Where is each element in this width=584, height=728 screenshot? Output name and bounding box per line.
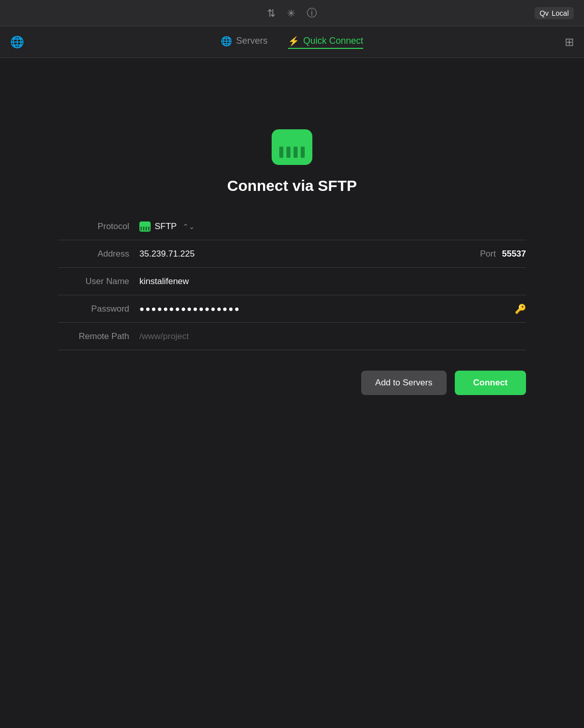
title-bar-icons: ⇅ ✳ ⓘ <box>267 6 317 20</box>
lightning-icon: ⚡ <box>288 36 299 47</box>
button-row: Add to Servers Connect <box>58 371 526 395</box>
remote-path-row: Remote Path /www/project <box>58 323 526 350</box>
remote-path-value-container: /www/project <box>139 331 526 342</box>
protocol-selector[interactable]: SFTP ⌃⌄ <box>139 221 195 232</box>
pin-4 <box>301 147 305 158</box>
servers-tab-label: Servers <box>236 36 268 46</box>
password-row: Password ●●●●●●●●●●●●●●●●● 🔑 <box>58 295 526 323</box>
transfer-icon[interactable]: ⇅ <box>267 7 276 19</box>
port-value[interactable]: 55537 <box>502 249 526 259</box>
protocol-text: SFTP <box>155 221 177 232</box>
connect-button[interactable]: Connect <box>455 371 526 395</box>
pin-1 <box>279 147 283 158</box>
grid-icon[interactable]: ⊞ <box>565 36 574 48</box>
stepper-icon[interactable]: ⌃⌄ <box>183 222 195 231</box>
key-icon[interactable]: 🔑 <box>515 303 526 315</box>
info-icon[interactable]: ⓘ <box>307 6 317 20</box>
address-row-inner: 35.239.71.225 Port 55537 <box>139 249 526 259</box>
password-label: Password <box>58 304 139 314</box>
username-label: User Name <box>58 276 139 287</box>
address-value-container: 35.239.71.225 Port 55537 <box>139 249 526 259</box>
username-value: kinstalifenew <box>139 276 526 287</box>
address-row: Address 35.239.71.225 Port 55537 <box>58 240 526 268</box>
sftp-icon <box>272 129 312 165</box>
address-label: Address <box>58 249 139 259</box>
quick-connect-tab-label: Quick Connect <box>303 36 363 46</box>
connect-title: Connect via SFTP <box>227 177 357 194</box>
add-to-servers-button[interactable]: Add to Servers <box>361 371 447 395</box>
proto-pin-4 <box>148 227 150 231</box>
proto-pin-3 <box>145 227 147 231</box>
tab-bar-center: 🌐 Servers ⚡ Quick Connect <box>10 36 574 49</box>
password-value-container: ●●●●●●●●●●●●●●●●● 🔑 <box>139 303 526 315</box>
protocol-sftp-icon <box>139 221 151 232</box>
globe-icon: 🌐 <box>10 36 24 49</box>
tab-servers[interactable]: 🌐 Servers <box>221 36 268 49</box>
form-container: Protocol SFTP ⌃⌄ Address 3 <box>58 213 526 350</box>
globe-tab-icon: 🌐 <box>221 36 232 47</box>
pin-2 <box>286 147 290 158</box>
protocol-value: SFTP ⌃⌄ <box>139 221 526 232</box>
title-bar: ⇅ ✳ ⓘ Qv Local <box>0 0 584 26</box>
local-label: Local <box>552 9 569 17</box>
local-prefix: Qv <box>540 9 549 17</box>
protocol-row: Protocol SFTP ⌃⌄ <box>58 213 526 240</box>
remote-path-value[interactable]: /www/project <box>139 331 189 342</box>
tab-quick-connect[interactable]: ⚡ Quick Connect <box>288 36 363 49</box>
username-text[interactable]: kinstalifenew <box>139 276 189 287</box>
username-row: User Name kinstalifenew <box>58 268 526 295</box>
sftp-icon-container <box>272 129 312 165</box>
tab-bar-left: 🌐 <box>10 36 24 49</box>
proto-pin-2 <box>143 227 144 231</box>
address-value[interactable]: 35.239.71.225 <box>139 249 480 259</box>
password-row-inner: ●●●●●●●●●●●●●●●●● 🔑 <box>139 303 526 315</box>
local-selector[interactable]: Qv Local <box>535 7 574 19</box>
protocol-label: Protocol <box>58 221 139 232</box>
pin-3 <box>294 147 298 158</box>
main-content: Connect via SFTP Protocol SFTP ⌃⌄ <box>0 58 584 415</box>
remote-path-label: Remote Path <box>58 331 139 342</box>
port-label: Port <box>480 249 496 259</box>
sftp-icon-pins <box>279 147 305 158</box>
spinner-icon[interactable]: ✳ <box>287 7 296 19</box>
tab-bar-right: ⊞ <box>565 36 574 49</box>
proto-pin-1 <box>140 227 142 231</box>
tab-bar: 🌐 🌐 Servers ⚡ Quick Connect ⊞ <box>0 26 584 58</box>
password-dots[interactable]: ●●●●●●●●●●●●●●●●● <box>139 304 515 314</box>
